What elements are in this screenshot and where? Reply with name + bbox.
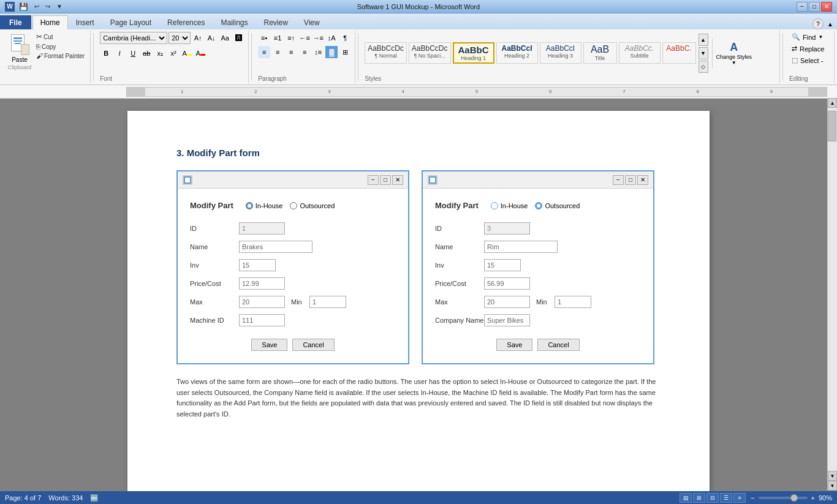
tab-insert[interactable]: Insert <box>68 15 102 29</box>
quick-undo-btn[interactable]: ↩ <box>32 2 41 10</box>
style-heading2[interactable]: AaBbCcI Heading 2 <box>496 42 538 64</box>
tab-file[interactable]: File <box>0 15 31 29</box>
field-input-min-left[interactable] <box>309 296 346 308</box>
style-heading3[interactable]: AaBbCcI Heading 3 <box>540 42 581 64</box>
format-painter-button[interactable]: 🖌 Format Painter <box>34 51 86 60</box>
zoom-slider[interactable] <box>759 497 808 499</box>
tab-mailings[interactable]: Mailings <box>213 15 256 29</box>
draft-btn[interactable]: ≡ <box>733 493 746 503</box>
field-input-price-right[interactable] <box>484 277 530 290</box>
field-input-inv-right[interactable] <box>484 259 521 271</box>
scroll-next-page-btn[interactable]: ▼ <box>828 481 837 491</box>
align-left-btn[interactable]: ≡ <box>258 46 270 58</box>
vertical-scrollbar[interactable]: ▲ ▼ ▼ <box>827 99 837 491</box>
form-close-right[interactable]: ✕ <box>637 175 648 185</box>
style-title[interactable]: AaB Title <box>583 42 617 64</box>
form-minimize-left[interactable]: − <box>368 175 379 185</box>
quick-save-btn[interactable]: 💾 <box>17 2 30 12</box>
sort-btn[interactable]: ↕A <box>325 32 338 44</box>
copy-button[interactable]: ⎘ Copy <box>34 42 86 51</box>
tab-home[interactable]: Home <box>32 15 68 30</box>
multilevel-btn[interactable]: ≡↑ <box>285 32 297 44</box>
field-input-id-left[interactable] <box>239 222 285 235</box>
increase-font-btn[interactable]: A↑ <box>192 32 204 44</box>
superscript-button[interactable]: x² <box>167 47 180 59</box>
styles-scroll-down-btn[interactable]: ▼ <box>699 47 708 59</box>
tab-page-layout[interactable]: Page Layout <box>102 15 159 29</box>
close-btn[interactable]: ✕ <box>821 2 832 12</box>
radio-outsourced-right[interactable]: Outsourced <box>535 202 580 209</box>
form-maximize-left[interactable]: □ <box>380 175 391 185</box>
field-input-name-right[interactable] <box>484 241 558 253</box>
text-highlight-btn[interactable]: A <box>181 47 193 59</box>
align-right-btn[interactable]: ≡ <box>285 46 297 58</box>
find-button[interactable]: 🔍 Find ▼ <box>789 32 827 42</box>
form-maximize-right[interactable]: □ <box>625 175 636 185</box>
borders-btn[interactable]: ⊞ <box>339 46 351 58</box>
zoom-plus-btn[interactable]: + <box>810 494 816 502</box>
font-color-btn[interactable]: A <box>194 47 206 59</box>
save-button-left[interactable]: Save <box>251 339 287 351</box>
scroll-up-btn[interactable]: ▲ <box>828 99 837 108</box>
form-close-left[interactable]: ✕ <box>392 175 403 185</box>
quick-dropdown-btn[interactable]: ▼ <box>55 2 64 10</box>
increase-indent-btn[interactable]: →≡ <box>312 32 324 44</box>
font-name-select[interactable]: Cambria (Headi... <box>100 32 167 44</box>
field-input-price-left[interactable] <box>239 277 285 290</box>
field-input-max-right[interactable] <box>484 296 530 308</box>
select-button[interactable]: ⬚ Select - <box>789 55 827 66</box>
strikethrough-button[interactable]: ab <box>140 47 153 59</box>
font-size-select[interactable]: 20 <box>169 32 191 44</box>
zoom-thumb[interactable] <box>790 494 798 502</box>
subscript-button[interactable]: x₂ <box>154 47 166 59</box>
italic-button[interactable]: I <box>113 47 126 59</box>
form-minimize-right[interactable]: − <box>613 175 624 185</box>
show-formatting-btn[interactable]: ¶ <box>339 32 351 44</box>
replace-button[interactable]: ⇄ Replace <box>789 43 827 54</box>
cut-button[interactable]: ✂ Cut <box>34 32 86 42</box>
justify-btn[interactable]: ≡ <box>298 46 311 58</box>
numbering-btn[interactable]: ≡1 <box>271 32 284 44</box>
radio-inhouse-right[interactable]: In-House <box>491 202 528 209</box>
minimize-btn[interactable]: − <box>797 2 808 12</box>
style-heading1[interactable]: AaBbC Heading 1 <box>453 42 494 64</box>
field-input-min-right[interactable] <box>555 296 591 308</box>
full-screen-btn[interactable]: ⊞ <box>693 493 705 503</box>
print-layout-btn[interactable]: ▤ <box>680 493 692 503</box>
style-normal[interactable]: AaBbCcDc ¶ Normal <box>365 42 407 64</box>
styles-more-btn[interactable]: ◇ <box>699 61 708 73</box>
field-input-id-right[interactable] <box>484 222 530 235</box>
underline-button[interactable]: U <box>127 47 139 59</box>
zoom-minus-btn[interactable]: − <box>749 494 756 502</box>
tab-view[interactable]: View <box>296 15 328 29</box>
field-input-machineid-left[interactable] <box>239 314 285 326</box>
shading-btn[interactable]: ▓ <box>325 46 338 58</box>
field-input-name-left[interactable] <box>239 241 312 253</box>
decrease-indent-btn[interactable]: ←≡ <box>298 32 311 44</box>
scroll-thumb[interactable] <box>828 111 836 141</box>
field-input-inv-left[interactable] <box>239 259 276 271</box>
scroll-down-btn[interactable]: ▼ <box>828 471 837 481</box>
save-button-right[interactable]: Save <box>496 339 532 351</box>
field-input-max-left[interactable] <box>239 296 285 308</box>
document-area[interactable]: 3. Modify Part form − □ ✕ Modif <box>0 99 837 491</box>
style-no-spacing[interactable]: AaBbCcDc ¶ No Spaci... <box>409 42 451 64</box>
tab-references[interactable]: References <box>159 15 213 29</box>
decrease-font-btn[interactable]: A↓ <box>205 32 218 44</box>
radio-inhouse-left[interactable]: In-House <box>246 202 283 209</box>
ribbon-minimize-btn[interactable]: ▲ <box>826 20 835 29</box>
change-styles-button[interactable]: A Change Styles ▼ <box>712 39 756 68</box>
help-btn[interactable]: ? <box>812 18 824 29</box>
scroll-track[interactable] <box>828 108 837 471</box>
style-subtitle[interactable]: AaBbCc. Subtitle <box>619 42 661 64</box>
web-layout-btn[interactable]: ⊟ <box>706 493 719 503</box>
line-spacing-btn[interactable]: ↕≡ <box>312 46 324 58</box>
style-another[interactable]: AaBbC. <box>662 42 696 64</box>
bold-button[interactable]: B <box>100 47 112 59</box>
cancel-button-right[interactable]: Cancel <box>537 339 579 351</box>
bullets-btn[interactable]: ≡• <box>258 32 270 44</box>
change-case-btn[interactable]: Aa <box>219 32 231 44</box>
field-input-company-right[interactable] <box>484 314 530 326</box>
align-center-btn[interactable]: ≡ <box>271 46 284 58</box>
paste-button[interactable]: Paste <box>6 32 33 64</box>
